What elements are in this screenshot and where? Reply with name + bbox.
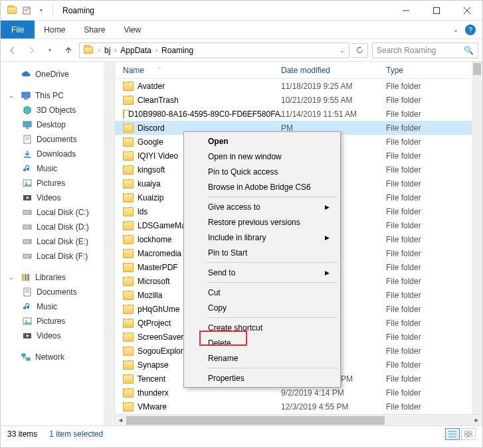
svg-point-16 (29, 212, 31, 213)
selected-count: 1 item selected (49, 429, 103, 439)
search-icon: 🔍 (464, 46, 474, 55)
table-row[interactable]: D10B9980-8A16-4595-89C0-FD6EF580FAAA11/1… (115, 107, 482, 121)
breadcrumb-item[interactable]: Roaming (160, 46, 195, 55)
ctx-properties[interactable]: Properties (185, 370, 339, 386)
sidebar-item-music[interactable]: Music (1, 161, 114, 176)
folder-icon (123, 305, 134, 314)
folder-icon (123, 263, 134, 272)
table-row[interactable]: thunderx9/2/2019 4:14 PMFile folder (115, 386, 482, 400)
svg-point-22 (29, 256, 31, 257)
sidebar-item-local-disk-c-[interactable]: Local Disk (C:) (1, 205, 114, 220)
folder-icon (123, 360, 134, 370)
disk-icon (22, 251, 33, 261)
folder-icon (123, 402, 134, 411)
content-scrollbar[interactable] (472, 62, 482, 414)
ctx-copy[interactable]: Copy (185, 300, 339, 315)
address-dropdown-icon[interactable]: ⌄ (337, 47, 347, 54)
svg-rect-38 (469, 431, 472, 433)
sidebar-item-videos[interactable]: Videos (1, 329, 114, 343)
col-type[interactable]: Type (386, 66, 482, 75)
ctx-pin-quick-access[interactable]: Pin to Quick access (185, 164, 339, 179)
sidebar-item-documents[interactable]: Documents (1, 132, 114, 147)
sidebar-item-local-disk-e-[interactable]: Local Disk (E:) (1, 234, 114, 249)
col-name[interactable]: Name⌃ (115, 66, 281, 75)
folder-icon (123, 221, 134, 230)
ctx-pin-start[interactable]: Pin to Start (185, 245, 339, 260)
sidebar-scrollbar[interactable] (104, 62, 114, 425)
tab-home[interactable]: Home (35, 21, 74, 38)
maximize-button[interactable] (421, 1, 452, 21)
svg-point-13 (25, 182, 27, 184)
sidebar-item-3d-objects[interactable]: 3D Objects (1, 103, 114, 117)
svg-rect-40 (469, 435, 472, 437)
back-button[interactable] (5, 42, 21, 58)
qat-dropdown-icon[interactable]: ▾ (35, 5, 47, 17)
chevron-right-icon: ▶ (325, 234, 330, 241)
folder-icon (123, 333, 134, 342)
sidebar-item-local-disk-f-[interactable]: Local Disk (F:) (1, 249, 114, 263)
sidebar-item-this-pc[interactable]: ⌄This PC (1, 88, 114, 103)
status-bar: 33 items 1 item selected (1, 425, 482, 441)
folder-icon (123, 165, 134, 175)
forward-button[interactable] (23, 42, 39, 58)
ctx-give-access[interactable]: Give access to▶ (185, 199, 339, 214)
folder-icon (123, 277, 134, 286)
search-box[interactable]: Search Roaming🔍 (372, 42, 478, 58)
file-tab[interactable]: File (1, 21, 35, 38)
ctx-delete[interactable]: Delete (185, 335, 339, 350)
ctx-open-new-window[interactable]: Open in new window (185, 149, 339, 164)
up-button[interactable] (60, 42, 76, 58)
sidebar-item-pictures[interactable]: Pictures (1, 314, 114, 329)
table-row[interactable]: VMware12/3/2019 4:55 PMFile folder (115, 400, 482, 413)
sidebar-item-videos[interactable]: Videos (1, 190, 114, 205)
ctx-restore-versions[interactable]: Restore previous versions (185, 214, 339, 230)
ctx-send-to[interactable]: Send to▶ (185, 265, 339, 280)
table-row[interactable]: CleanTrash10/21/2019 9:55 AMFile folder (115, 93, 482, 107)
sidebar-item-downloads[interactable]: Downloads (1, 147, 114, 161)
recent-dropdown[interactable]: ▾ (42, 42, 58, 58)
col-date[interactable]: Date modified (281, 66, 386, 75)
sidebar-item-pictures[interactable]: Pictures (1, 176, 114, 190)
address-bar[interactable]: › bj› AppData› Roaming ⌄ (79, 42, 349, 58)
help-icon[interactable]: ? (465, 25, 476, 35)
properties-qat-icon[interactable] (21, 5, 33, 17)
folder-icon (123, 374, 134, 384)
svg-rect-23 (22, 274, 24, 281)
folder-icon (123, 235, 134, 244)
ctx-include-library[interactable]: Include in library▶ (185, 230, 339, 245)
refresh-button[interactable] (352, 43, 368, 58)
ctx-open[interactable]: Open (185, 133, 339, 149)
down-icon (22, 149, 33, 159)
sidebar-item-music[interactable]: Music (1, 299, 114, 314)
tab-share[interactable]: Share (74, 21, 114, 38)
horizontal-scrollbar[interactable]: ◄► (115, 414, 482, 425)
sidebar-item-onedrive[interactable]: OneDrive (1, 67, 114, 82)
sidebar-item-local-disk-d-[interactable]: Local Disk (D:) (1, 220, 114, 234)
tab-view[interactable]: View (114, 21, 150, 38)
sidebar-item-libraries[interactable]: ⌄Libraries (1, 270, 114, 285)
expand-ribbon-icon[interactable]: ⌄ (453, 26, 458, 33)
breadcrumb-item[interactable]: AppData (119, 46, 153, 55)
ctx-rename[interactable]: Rename (185, 350, 339, 366)
svg-rect-32 (22, 354, 25, 356)
minimize-button[interactable] (391, 1, 421, 21)
view-details-button[interactable] (445, 428, 460, 440)
view-icons-button[interactable] (461, 428, 476, 440)
close-button[interactable] (452, 1, 482, 21)
disk-icon (22, 236, 33, 247)
folder-icon (123, 151, 134, 161)
sort-asc-icon: ⌃ (157, 67, 162, 73)
docs-icon (22, 287, 33, 297)
3d-icon (22, 105, 33, 115)
ctx-cut[interactable]: Cut (185, 285, 339, 300)
sidebar-item-documents[interactable]: Documents (1, 285, 114, 299)
sidebar-item-network[interactable]: Network (1, 350, 114, 364)
ctx-adobe-bridge[interactable]: Browse in Adobe Bridge CS6 (185, 179, 339, 194)
folder-icon (123, 82, 134, 91)
table-row[interactable]: Avatder11/18/2019 9:25 AMFile folder (115, 79, 482, 93)
folder-icon (123, 249, 134, 258)
breadcrumb-item[interactable]: bj (103, 46, 112, 55)
sidebar-item-desktop[interactable]: Desktop (1, 117, 114, 132)
ctx-create-shortcut[interactable]: Create shortcut (185, 320, 339, 335)
svg-rect-39 (464, 435, 468, 437)
